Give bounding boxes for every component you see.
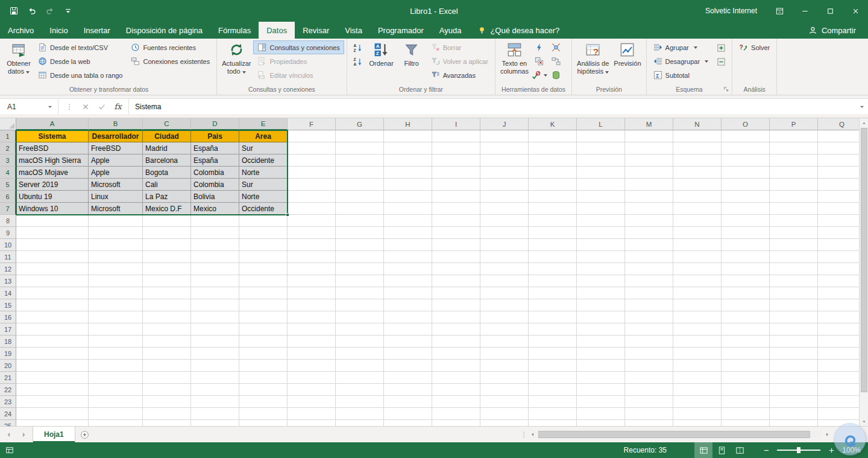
cell-n7[interactable] [673, 203, 722, 215]
cell-a7[interactable]: Windows 10 [16, 203, 89, 215]
name-box[interactable]: A1 [0, 99, 58, 114]
consultas-y-conexiones-button[interactable]: Consultas y conexiones [253, 40, 344, 54]
cell-l21[interactable] [577, 372, 625, 384]
cell-k21[interactable] [529, 372, 577, 384]
column-header-i[interactable]: I [432, 118, 480, 130]
cell-n8[interactable] [673, 215, 722, 227]
row-header-19[interactable]: 19 [0, 348, 16, 360]
cell-c11[interactable] [143, 251, 191, 263]
cell-h10[interactable] [384, 239, 432, 251]
save-button[interactable] [5, 0, 23, 22]
cell-p17[interactable] [770, 323, 818, 336]
cell-n4[interactable] [673, 167, 722, 179]
undo-button[interactable] [23, 0, 41, 22]
cell-b4[interactable]: Apple [89, 167, 143, 179]
cell-l12[interactable] [577, 263, 625, 275]
cell-h11[interactable] [384, 251, 432, 263]
cell-i6[interactable] [432, 191, 480, 203]
cell-a2[interactable]: FreeBSD [16, 142, 89, 154]
share-button[interactable]: Compartir [796, 22, 868, 39]
cell-d23[interactable] [191, 396, 239, 408]
cell-i24[interactable] [432, 408, 480, 420]
cell-n23[interactable] [673, 396, 722, 408]
cell-m25[interactable] [625, 420, 673, 426]
fuentes-recientes-button[interactable]: Fuentes recientes [127, 40, 214, 54]
cell-h14[interactable] [384, 287, 432, 299]
expand-formula-bar-button[interactable] [856, 99, 868, 114]
cell-i16[interactable] [432, 311, 480, 323]
tab-formulas[interactable]: Fórmulas [210, 22, 259, 39]
cell-f16[interactable] [288, 311, 336, 323]
cell-e20[interactable] [239, 360, 288, 372]
cell-p23[interactable] [770, 396, 818, 408]
cell-g18[interactable] [336, 336, 384, 348]
agrupar-button[interactable]: Agrupar [649, 40, 712, 54]
cell-h22[interactable] [384, 384, 432, 396]
cell-h16[interactable] [384, 311, 432, 323]
cell-e7[interactable]: Occidente [239, 203, 288, 215]
cell-a22[interactable] [16, 384, 89, 396]
cell-d25[interactable] [191, 420, 239, 426]
cell-i11[interactable] [432, 251, 480, 263]
cell-d21[interactable] [191, 372, 239, 384]
cell-j6[interactable] [480, 191, 529, 203]
tab-vista[interactable]: Vista [337, 22, 370, 39]
cell-p24[interactable] [770, 408, 818, 420]
desde-el-texto-csv-button[interactable]: Desde el texto/CSV [34, 40, 127, 54]
row-header-1[interactable]: 1 [0, 130, 16, 142]
cell-p10[interactable] [770, 239, 818, 251]
cell-a8[interactable] [16, 215, 89, 227]
zoom-slider-thumb[interactable] [797, 447, 800, 453]
cell-f4[interactable] [288, 167, 336, 179]
cell-d3[interactable]: España [191, 154, 239, 167]
cell-i10[interactable] [432, 239, 480, 251]
cell-m6[interactable] [625, 191, 673, 203]
cell-j25[interactable] [480, 420, 529, 426]
cell-i4[interactable] [432, 167, 480, 179]
cell-c16[interactable] [143, 311, 191, 323]
cell-b18[interactable] [89, 336, 143, 348]
cell-h2[interactable] [384, 142, 432, 154]
cell-o7[interactable] [722, 203, 770, 215]
cell-d10[interactable] [191, 239, 239, 251]
cell-d9[interactable] [191, 227, 239, 239]
tab-insertar[interactable]: Insertar [76, 22, 118, 39]
cell-c18[interactable] [143, 336, 191, 348]
cell-b7[interactable]: Microsoft [89, 203, 143, 215]
cell-b21[interactable] [89, 372, 143, 384]
cell-p20[interactable] [770, 360, 818, 372]
cell-f6[interactable] [288, 191, 336, 203]
cell-e14[interactable] [239, 287, 288, 299]
cell-k15[interactable] [529, 299, 577, 311]
cell-h25[interactable] [384, 420, 432, 426]
cell-o20[interactable] [722, 360, 770, 372]
cell-l18[interactable] [577, 336, 625, 348]
cell-b3[interactable]: Apple [89, 154, 143, 167]
cell-n18[interactable] [673, 336, 722, 348]
cell-n14[interactable] [673, 287, 722, 299]
cell-m13[interactable] [625, 275, 673, 287]
cell-l20[interactable] [577, 360, 625, 372]
cell-p11[interactable] [770, 251, 818, 263]
cell-j20[interactable] [480, 360, 529, 372]
tab-inicio[interactable]: Inicio [42, 22, 75, 39]
cell-n24[interactable] [673, 408, 722, 420]
cell-c22[interactable] [143, 384, 191, 396]
cell-j22[interactable] [480, 384, 529, 396]
cell-f11[interactable] [288, 251, 336, 263]
cell-k10[interactable] [529, 239, 577, 251]
cell-h8[interactable] [384, 215, 432, 227]
cell-l6[interactable] [577, 191, 625, 203]
cell-p21[interactable] [770, 372, 818, 384]
cell-g6[interactable] [336, 191, 384, 203]
cell-d20[interactable] [191, 360, 239, 372]
cell-o14[interactable] [722, 287, 770, 299]
cell-f9[interactable] [288, 227, 336, 239]
view-normal-button[interactable] [694, 442, 712, 458]
row-header-8[interactable]: 8 [0, 215, 16, 227]
analisis-de-hipotesis-button[interactable]: ?Análisis de hipótesis [574, 40, 611, 77]
add-sheet-button[interactable] [75, 427, 95, 442]
cell-m10[interactable] [625, 239, 673, 251]
cell-d2[interactable]: España [191, 142, 239, 154]
cell-e18[interactable] [239, 336, 288, 348]
